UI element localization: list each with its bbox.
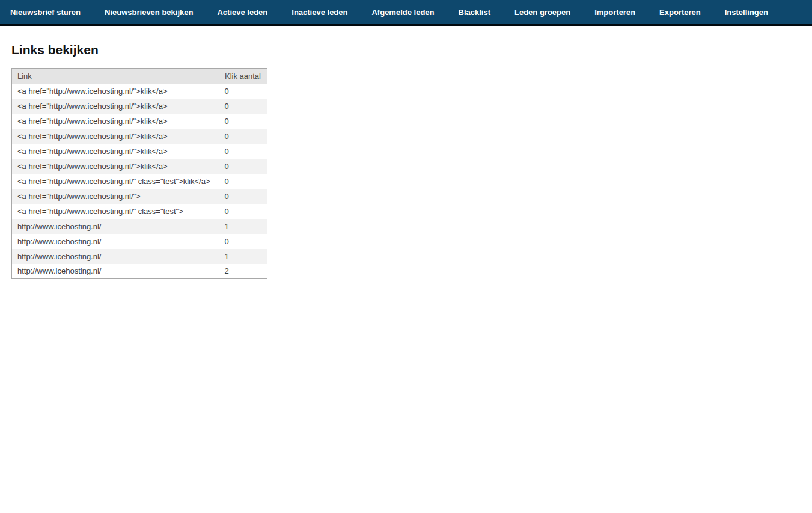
link-cell: <a href="http://www.icehosting.nl/">klik… [12, 84, 219, 99]
nav-item-importeren[interactable]: Importeren [594, 8, 635, 17]
link-cell: http://www.icehosting.nl/ [12, 249, 219, 264]
table-row: <a href="http://www.icehosting.nl/">klik… [12, 144, 267, 159]
link-cell: <a href="http://www.icehosting.nl/">klik… [12, 114, 219, 129]
count-cell: 0 [219, 174, 267, 189]
top-nav: Nieuwsbrief sturen Nieuwsbrieven bekijke… [0, 0, 812, 26]
count-cell: 0 [219, 159, 267, 174]
link-cell: <a href="http://www.icehosting.nl/" clas… [12, 174, 219, 189]
table-row: <a href="http://www.icehosting.nl/">klik… [12, 99, 267, 114]
table-row: <a href="http://www.icehosting.nl/">klik… [12, 129, 267, 144]
page-title: Links bekijken [11, 43, 812, 57]
table-row: http://www.icehosting.nl/ 1 [12, 249, 267, 264]
count-cell: 0 [219, 129, 267, 144]
table-row: <a href="http://www.icehosting.nl/">klik… [12, 84, 267, 99]
links-table: Link Klik aantal <a href="http://www.ice… [11, 68, 267, 279]
table-row: <a href="http://www.icehosting.nl/">klik… [12, 114, 267, 129]
table-row: <a href="http://www.icehosting.nl/"> 0 [12, 189, 267, 204]
table-row: http://www.icehosting.nl/ 2 [12, 264, 267, 279]
count-cell: 0 [219, 114, 267, 129]
link-cell: http://www.icehosting.nl/ [12, 219, 219, 234]
column-header-link: Link [12, 69, 219, 84]
link-cell: <a href="http://www.icehosting.nl/">klik… [12, 159, 219, 174]
nav-item-exporteren[interactable]: Exporteren [659, 8, 701, 17]
table-row: http://www.icehosting.nl/ 0 [12, 234, 267, 249]
count-cell: 0 [219, 204, 267, 219]
nav-item-afgemelde-leden[interactable]: Afgemelde leden [371, 8, 434, 17]
table-row: <a href="http://www.icehosting.nl/" clas… [12, 204, 267, 219]
count-cell: 1 [219, 249, 267, 264]
table-header-row: Link Klik aantal [12, 69, 267, 84]
table-row: http://www.icehosting.nl/ 1 [12, 219, 267, 234]
link-cell: <a href="http://www.icehosting.nl/"> [12, 189, 219, 204]
link-cell: <a href="http://www.icehosting.nl/" clas… [12, 204, 219, 219]
count-cell: 0 [219, 234, 267, 249]
content-area: Links bekijken Link Klik aantal <a href=… [0, 43, 812, 279]
nav-item-leden-groepen[interactable]: Leden groepen [514, 8, 570, 17]
count-cell: 0 [219, 189, 267, 204]
link-cell: <a href="http://www.icehosting.nl/">klik… [12, 129, 219, 144]
nav-item-nieuwsbrieven-bekijken[interactable]: Nieuwsbrieven bekijken [105, 8, 193, 17]
column-header-klik-aantal: Klik aantal [219, 69, 267, 84]
link-cell: http://www.icehosting.nl/ [12, 234, 219, 249]
nav-item-inactieve-leden[interactable]: Inactieve leden [292, 8, 347, 17]
table-row: <a href="http://www.icehosting.nl/" clas… [12, 174, 267, 189]
nav-item-blacklist[interactable]: Blacklist [459, 8, 490, 17]
count-cell: 0 [219, 144, 267, 159]
count-cell: 0 [219, 99, 267, 114]
nav-item-actieve-leden[interactable]: Actieve leden [217, 8, 267, 17]
link-cell: <a href="http://www.icehosting.nl/">klik… [12, 144, 219, 159]
nav-item-nieuwsbrief-sturen[interactable]: Nieuwsbrief sturen [10, 8, 81, 17]
count-cell: 1 [219, 219, 267, 234]
link-cell: <a href="http://www.icehosting.nl/">klik… [12, 99, 219, 114]
count-cell: 2 [219, 264, 267, 279]
nav-item-instellingen[interactable]: Instellingen [725, 8, 768, 17]
count-cell: 0 [219, 84, 267, 99]
link-cell: http://www.icehosting.nl/ [12, 264, 219, 279]
table-row: <a href="http://www.icehosting.nl/">klik… [12, 159, 267, 174]
